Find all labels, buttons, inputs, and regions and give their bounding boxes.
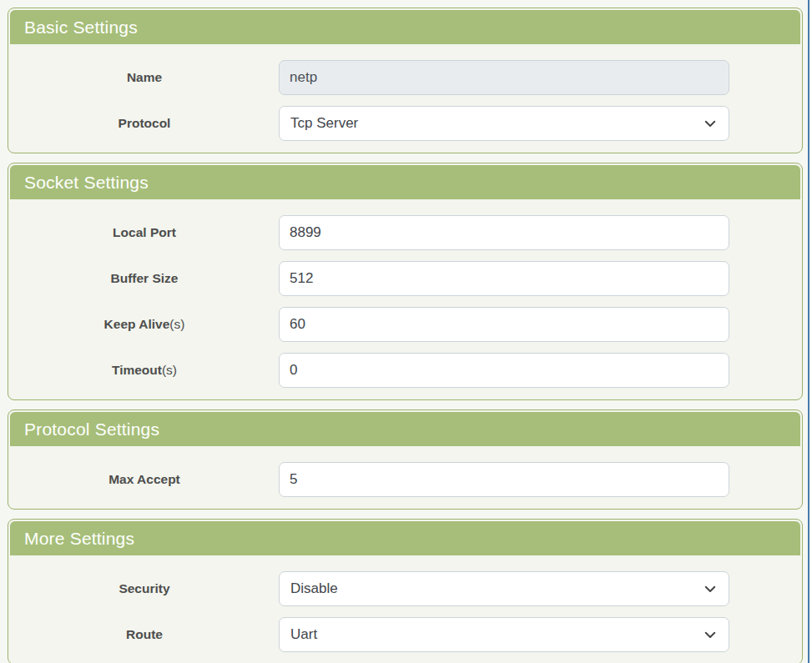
local-port-label: Local Port xyxy=(10,225,279,240)
field-control: Disable xyxy=(279,571,729,606)
buffer-size-label: Buffer Size xyxy=(10,271,279,286)
security-select[interactable]: Disable xyxy=(279,571,729,606)
route-select[interactable]: Uart xyxy=(279,617,729,652)
field-control xyxy=(279,60,729,95)
form-row: Name xyxy=(10,54,800,100)
timeout-label: Timeout(s) xyxy=(10,363,279,378)
form-row: Protocol Tcp Server xyxy=(10,100,800,146)
section-body: Name Protocol Tcp Server xyxy=(10,44,800,151)
max-accept-input[interactable] xyxy=(279,462,729,497)
section-body: Security Disable Route Uart xyxy=(10,555,800,662)
name-label: Name xyxy=(10,70,279,85)
section-title: Basic Settings xyxy=(10,10,800,44)
form-row: Local Port xyxy=(10,209,800,255)
form-row: Max Accept xyxy=(10,456,800,502)
more-settings-panel: More Settings Security Disable Route Uar… xyxy=(8,519,803,663)
settings-panels-container: Basic Settings Name Protocol Tcp Server … xyxy=(8,8,803,663)
field-control: Tcp Server xyxy=(279,106,729,141)
section-body: Local Port Buffer Size Keep Alive(s) Tim… xyxy=(10,199,800,398)
protocol-settings-panel: Protocol Settings Max Accept xyxy=(8,409,803,510)
form-row: Security Disable xyxy=(10,565,800,611)
buffer-size-input[interactable] xyxy=(279,261,729,296)
field-control xyxy=(279,307,729,342)
protocol-select[interactable]: Tcp Server xyxy=(279,106,729,141)
keep-alive-label: Keep Alive(s) xyxy=(10,317,279,332)
name-input xyxy=(279,60,729,95)
field-control xyxy=(279,353,729,388)
field-control xyxy=(279,261,729,296)
keep-alive-input[interactable] xyxy=(279,307,729,342)
field-control xyxy=(279,462,729,497)
socket-settings-panel: Socket Settings Local Port Buffer Size K… xyxy=(8,163,803,400)
section-body: Max Accept xyxy=(10,446,800,507)
max-accept-label: Max Accept xyxy=(10,472,279,487)
form-row: Keep Alive(s) xyxy=(10,301,800,347)
local-port-input[interactable] xyxy=(279,215,729,250)
timeout-input[interactable] xyxy=(279,353,729,388)
section-title: More Settings xyxy=(10,521,800,555)
field-control xyxy=(279,215,729,250)
route-label: Route xyxy=(10,627,279,642)
section-title: Socket Settings xyxy=(10,165,800,199)
basic-settings-panel: Basic Settings Name Protocol Tcp Server xyxy=(8,8,803,153)
security-label: Security xyxy=(10,581,279,596)
form-row: Timeout(s) xyxy=(10,347,800,393)
form-row: Buffer Size xyxy=(10,255,800,301)
protocol-label: Protocol xyxy=(10,116,279,131)
form-row: Route Uart xyxy=(10,611,800,657)
device-config-page: Basic Settings Name Protocol Tcp Server … xyxy=(0,0,812,663)
field-control: Uart xyxy=(279,617,729,652)
section-title: Protocol Settings xyxy=(10,412,800,446)
